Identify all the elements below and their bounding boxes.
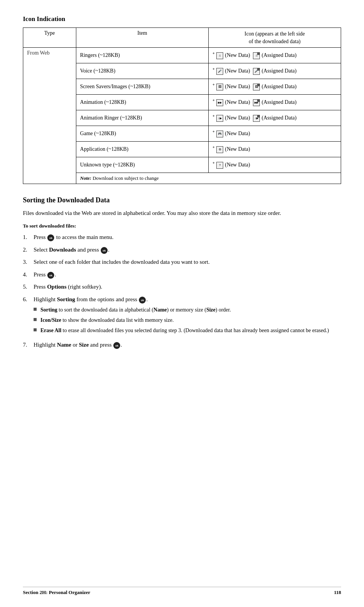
plus-icon-anim: + [213, 98, 215, 103]
sub-text-eraseall: Erase All to erase all downloaded files … [40, 326, 341, 334]
ringer-assigned-icon: ♫ [253, 52, 260, 59]
step-7: 7. Highlight Name or Size and press . [23, 341, 341, 349]
icon-voice: + 🎤 (New Data) 🎤 (Assigned Data) [208, 63, 341, 79]
sorting-sub-bold: Sorting [40, 307, 57, 313]
ss-new-icon: 🖼 [216, 84, 223, 90]
footer-left: Section 2H: Personal Organizer [23, 589, 90, 596]
voice-assigned-icon: 🎤 [253, 68, 260, 75]
sub-bullet-sorting: Sorting to sort the downloaded data in a… [34, 306, 341, 314]
step-content-6: Highlight Sorting from the options and p… [34, 295, 341, 337]
menu-button-icon-6 [139, 297, 146, 304]
sub-text-iconsize: Icon/Size to show the downloaded data li… [40, 316, 341, 324]
note-text: Note: Download icon subject to change [80, 175, 159, 181]
note-label: Note: [80, 175, 92, 181]
sub-text-sorting: Sorting to sort the downloaded data in a… [40, 306, 341, 314]
sorting-body-text: Files downloaded via the Web are stored … [23, 209, 341, 218]
step-2: 2. Select Downloads and press . [23, 245, 341, 254]
step-content-5: Press Options (right softkey). [34, 283, 341, 291]
plus-icon: + [213, 52, 215, 56]
sub-bullets-list: Sorting to sort the downloaded data in a… [34, 306, 341, 334]
step-content-4: Press . [34, 270, 341, 279]
step-1: 1. Press to access the main menu. [23, 233, 341, 242]
step-num-4: 4. [23, 270, 34, 279]
ss-assigned-icon: 🖼 [253, 84, 260, 90]
icon-anim-ringer: + ♫▶ (New Data) ♫▶ (Assigned Data) [208, 110, 341, 126]
plus-icon-game: + [213, 130, 215, 134]
col-header-type: Type [23, 28, 76, 48]
sorting-bold: Sorting [57, 296, 75, 302]
step-num-2: 2. [23, 245, 34, 254]
plus-icon-ar: + [213, 114, 215, 118]
bullet-icon-2 [34, 318, 37, 321]
section-heading-icon: Icon Indication [23, 15, 341, 23]
item-ringers: Ringers (~128KB) [76, 48, 208, 63]
from-web-cell: From Web [23, 48, 76, 184]
menu-button-icon-1 [47, 234, 54, 241]
item-voice: Voice (~128KB) [76, 63, 208, 79]
step-num-3: 3. [23, 258, 34, 266]
item-screensavers: Screen Savers/Images (~128KB) [76, 79, 208, 95]
item-game: Game (~128KB) [76, 126, 208, 142]
downloads-bold: Downloads [49, 247, 76, 253]
icon-screensavers: + 🖼 (New Data) 🖼 (Assigned Data) [208, 79, 341, 95]
sorting-section-heading: Sorting the Downloaded Data [23, 196, 341, 204]
step-content-7: Highlight Name or Size and press . [34, 341, 341, 349]
item-unknown: Unknown type (~128KB) [76, 157, 208, 173]
eraseall-bold: Erase All [40, 328, 61, 333]
col-header-item: Item [76, 28, 208, 48]
size-bold-7: Size [79, 342, 89, 348]
ringer-new-icon: ♫ [216, 52, 223, 59]
anim-new-icon: ▶▶ [216, 99, 223, 106]
step-num-7: 7. [23, 341, 34, 349]
icon-game: + 🎮 (New Data) [208, 126, 341, 142]
game-new-icon: 🎮 [216, 131, 223, 137]
item-application: Application (~128KB) [76, 142, 208, 157]
bullet-icon-3 [34, 328, 37, 331]
sub-bullet-iconsize: Icon/Size to show the downloaded data li… [34, 316, 341, 324]
step-content-1: Press to access the main menu. [34, 233, 341, 242]
icon-animation: + ▶▶ (New Data) ▶▶ (Assigned Data) [208, 95, 341, 110]
menu-button-icon-2 [101, 247, 108, 254]
item-anim-ringer: Animation Ringer (~128KB) [76, 110, 208, 126]
steps-list: 1. Press to access the main menu. 2. Sel… [23, 233, 341, 349]
ar-new-icon: ♫▶ [216, 115, 223, 122]
step-3: 3. Select one of each folder that includ… [23, 258, 341, 266]
step-content-2: Select Downloads and press . [34, 245, 341, 254]
plus-icon-app: + [213, 145, 215, 150]
icon-application: + ⚙ (New Data) [208, 142, 341, 157]
size-bold: Size [206, 307, 216, 313]
item-animation: Animation (~128KB) [76, 95, 208, 110]
name-bold: Name [153, 307, 167, 313]
table-note-cell: Note: Download icon subject to change [76, 173, 341, 184]
step-content-3: Select one of each folder that includes … [34, 258, 341, 266]
sub-bullet-eraseall: Erase All to erase all downloaded files … [34, 326, 341, 334]
icon-unknown: + ? (New Data) [208, 157, 341, 173]
step-num-6: 6. [23, 295, 34, 304]
icon-indication-table: Type Item Icon (appears at the left side… [23, 27, 341, 184]
iconsize-bold: Icon/Size [40, 317, 61, 323]
bullet-icon-1 [34, 308, 37, 311]
footer-right: 118 [334, 589, 341, 596]
icon-ringers: + ♫ (New Data) ♫ (Assigned Data) [208, 48, 341, 63]
unknown-new-icon: ? [216, 162, 223, 169]
options-bold: Options [47, 284, 66, 290]
step-num-1: 1. [23, 233, 34, 242]
plus-icon-ss: + [213, 83, 215, 87]
step-6: 6. Highlight Sorting from the options an… [23, 295, 341, 337]
menu-button-icon-4 [47, 272, 54, 279]
page-footer: Section 2H: Personal Organizer 118 [23, 587, 341, 596]
app-new-icon: ⚙ [216, 146, 223, 153]
voice-new-icon: 🎤 [216, 68, 223, 75]
step-5: 5. Press Options (right softkey). [23, 283, 341, 291]
anim-assigned-icon: ▶▶ [253, 99, 260, 106]
step-num-5: 5. [23, 283, 34, 291]
plus-icon-unk: + [213, 161, 215, 165]
step-4: 4. Press . [23, 270, 341, 279]
plus-icon-voice: + [213, 67, 215, 71]
col-header-icon: Icon (appears at the left sideof the dow… [208, 28, 341, 48]
menu-button-icon-7 [113, 342, 120, 349]
name-bold-7: Name [57, 342, 71, 348]
procedure-label: To sort downloaded files: [23, 223, 341, 229]
ar-assigned-icon: ♫▶ [253, 115, 260, 122]
